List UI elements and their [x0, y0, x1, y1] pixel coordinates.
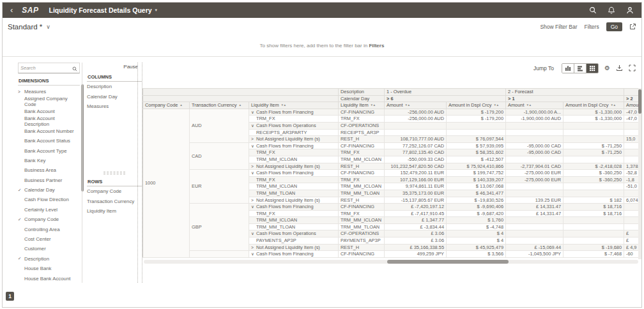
transaction-currency-header[interactable]: Transaction Currency▲ — [190, 102, 249, 109]
liquidity-item-cell[interactable]: TRM_FX — [249, 210, 339, 217]
dimension-item[interactable]: Assigned Company Code — [18, 96, 80, 106]
liquidity-item-cell[interactable]: >Not Assigned Liquidity Item (s) — [249, 197, 339, 204]
search-icon[interactable] — [589, 6, 597, 14]
column-item[interactable]: Calendar Day — [87, 92, 142, 102]
dimension-item[interactable]: Bank Account — [18, 107, 80, 116]
dimension-item[interactable]: Business Partner — [18, 176, 80, 185]
chevron-down-icon[interactable]: ∨ — [251, 251, 256, 257]
column-group-header[interactable] — [624, 89, 639, 96]
amount-column-header[interactable]: Amount▼▲ — [385, 102, 447, 109]
liquidity-item-id-header[interactable]: Liquidity Item▼▲ — [339, 102, 385, 109]
liquidity-item-cell[interactable]: ∨Cash Flows from Operations — [249, 230, 339, 237]
dimension-item[interactable]: ✓Calendar Day — [18, 185, 80, 195]
notifications-bell-icon[interactable] — [608, 6, 615, 14]
dimension-item[interactable]: ✓Company Code — [18, 215, 80, 224]
chevron-down-icon[interactable]: ∨ — [251, 230, 256, 237]
liquidity-item-cell[interactable]: TRM_MM_TLOAN — [249, 223, 339, 230]
vertical-scrollbar-thumb[interactable] — [638, 89, 641, 114]
drill-state-cell[interactable]: > 1 — [506, 95, 624, 102]
amount-column-header[interactable]: Amount in Dspl Crcy▼▲ — [564, 102, 624, 109]
amount-column-header[interactable]: Amount▼▲ — [506, 102, 564, 109]
dimension-item[interactable]: House Bank Account — [18, 273, 80, 283]
jump-to-link[interactable]: Jump To — [533, 65, 554, 72]
column-group-header[interactable]: 2 - Forecast — [506, 89, 624, 96]
chevron-down-icon[interactable]: ∨ — [251, 143, 256, 149]
liquidity-item-cell[interactable]: TRM_MM_TLOAN — [249, 190, 339, 197]
liquidity-item-cell[interactable]: TRM_FX — [249, 116, 339, 123]
dimension-item[interactable]: Cash Flow Direction — [18, 195, 80, 204]
liquidity-item-cell[interactable]: >Not Assigned Liquidity Item (s) — [249, 136, 339, 143]
chevron-down-icon[interactable]: ∨ — [251, 170, 256, 176]
column-item[interactable]: Description — [87, 82, 142, 92]
liquidity-item-cell[interactable]: TRM_MM_ICLOAN — [249, 156, 339, 163]
share-icon[interactable] — [629, 23, 636, 30]
settings-gear-icon[interactable]: ⚙ — [604, 64, 610, 73]
company-code-header[interactable]: Company Code▲ — [143, 102, 190, 109]
user-profile-icon[interactable] — [626, 6, 634, 14]
variant-chevron-down-icon[interactable]: ∨ — [46, 24, 50, 30]
dimension-item[interactable]: Bank Account Type — [18, 146, 80, 155]
liquidity-item-cell[interactable]: >Not Assigned Liquidity Item (s) — [249, 244, 339, 251]
vertical-scrollbar[interactable] — [638, 88, 641, 259]
drop-zone-strip[interactable] — [137, 63, 142, 283]
app-title[interactable]: Liquidity Forecast Details Query — [49, 6, 152, 14]
amount-column-header[interactable]: Amount — [624, 102, 639, 109]
bar-chart-view-button[interactable] — [562, 64, 574, 73]
pause-button[interactable]: Pause — [87, 63, 142, 72]
chevron-right-icon[interactable]: > — [251, 197, 256, 204]
dimension-item[interactable]: Certainty Level — [18, 205, 80, 215]
liquidity-item-cell[interactable]: RECEIPTS_AR3PARTY — [249, 129, 339, 136]
chevron-down-icon[interactable]: ∨ — [251, 123, 256, 129]
dimension-item[interactable]: >Measures — [18, 87, 80, 96]
column-item[interactable]: Measures — [87, 102, 142, 112]
show-filter-bar-link[interactable]: Show Filter Bar — [540, 24, 577, 30]
dimension-item[interactable]: Bank Account Number — [18, 126, 80, 136]
liquidity-item-cell[interactable]: TRM_FX — [249, 149, 339, 156]
liquidity-item-cell[interactable]: ∨Cash Flows from Financing — [249, 251, 339, 258]
dimension-item[interactable]: Controlling Area — [18, 224, 80, 234]
horizontal-scrollbar[interactable] — [144, 260, 638, 264]
dimension-item[interactable]: Business Area — [18, 165, 80, 175]
dimension-item[interactable]: Bank Key — [18, 156, 80, 165]
filters-link[interactable]: Filters — [585, 24, 599, 30]
variant-selector[interactable]: Standard * — [8, 23, 42, 31]
chevron-down-icon[interactable]: ∨ — [251, 204, 256, 210]
drill-state-cell[interactable]: > 2 — [624, 95, 639, 102]
table-view-button[interactable] — [586, 64, 598, 73]
liquidity-item-cell[interactable]: ∨Cash Flows from Financing — [249, 204, 339, 211]
liquidity-item-cell[interactable]: ∨Cash Flows from Operations — [249, 122, 339, 129]
go-button[interactable]: Go — [606, 22, 622, 31]
liquidity-item-cell[interactable]: >Not Assigned Liquidity Item (s) — [249, 163, 339, 170]
chevron-right-icon[interactable]: > — [251, 163, 256, 170]
amount-column-header[interactable]: Amount in Dspl Crcy▼▲ — [447, 102, 506, 109]
liquidity-item-cell[interactable]: TRM_MM_ICLOAN — [249, 217, 339, 224]
hbar-chart-view-button[interactable] — [574, 64, 586, 73]
row-item[interactable]: Transaction Currency — [87, 197, 142, 207]
chevron-right-icon[interactable]: > — [251, 245, 256, 251]
search-input[interactable]: Search — [18, 63, 80, 73]
liquidity-item-header[interactable]: Liquidity Item▼▲ — [249, 102, 339, 109]
back-button[interactable]: ‹ — [10, 3, 13, 17]
liquidity-item-cell[interactable]: PAYMENTS_AP3P — [249, 237, 339, 245]
liquidity-item-cell[interactable]: ∨Cash Flows from Financing — [249, 109, 339, 116]
drill-state-cell[interactable]: > 6 — [385, 95, 506, 102]
search-icon[interactable] — [72, 63, 77, 74]
dimension-item[interactable]: House Bank — [18, 264, 80, 273]
horizontal-scrollbar-thumb[interactable] — [387, 260, 509, 264]
row-item[interactable]: Company Code — [87, 186, 142, 197]
page-number-badge[interactable]: 1 — [6, 292, 14, 301]
dimension-item[interactable]: ✓Description — [18, 254, 80, 264]
dimension-item[interactable]: Customer — [18, 244, 80, 253]
fullscreen-expand-icon[interactable] — [629, 63, 636, 74]
row-item[interactable]: Liquidity Item — [87, 206, 142, 216]
export-icon[interactable] — [616, 63, 623, 74]
chevron-right-icon[interactable]: > — [251, 136, 256, 142]
liquidity-item-cell[interactable]: ∨Cash Flows from Financing — [249, 170, 339, 177]
dimension-item[interactable]: Bank Account Description — [18, 116, 80, 126]
liquidity-item-cell[interactable]: TRM_MM_ICLOAN — [249, 183, 339, 190]
chevron-down-icon[interactable]: ∨ — [251, 109, 256, 116]
liquidity-item-cell[interactable]: TRM_FX — [249, 176, 339, 183]
liquidity-item-cell[interactable]: ∨Cash Flows from Financing — [249, 142, 339, 149]
title-dropdown-icon[interactable]: ▾ — [155, 8, 158, 13]
dimension-item[interactable]: Cost Center — [18, 234, 80, 244]
